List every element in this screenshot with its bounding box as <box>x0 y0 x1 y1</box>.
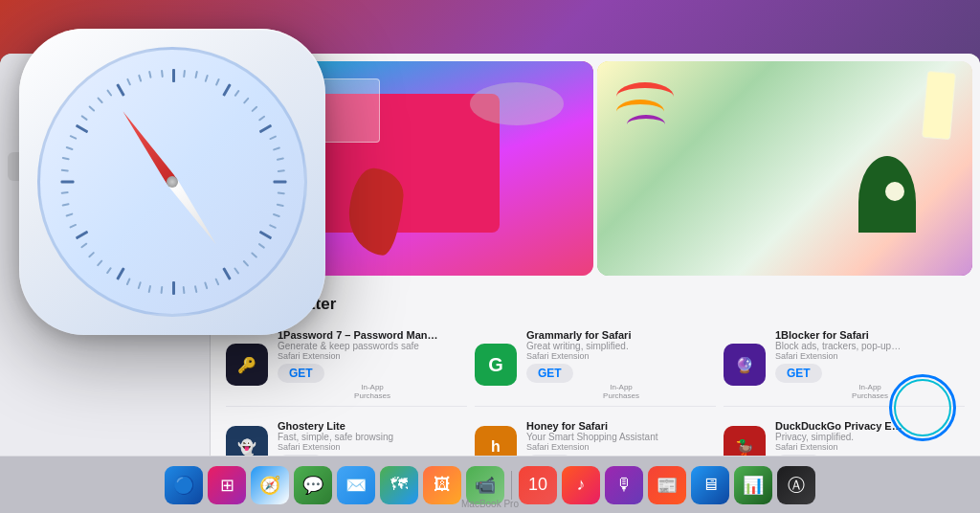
app-category: Safari Extension <box>278 351 467 361</box>
app-info: 1Password 7 – Password Man… Generate & k… <box>278 329 467 400</box>
featured-area <box>211 54 980 283</box>
in-app-text: In-AppPurchases <box>278 383 467 400</box>
dock-item-12[interactable]: 🖥 <box>691 466 729 504</box>
dock-separator <box>511 471 512 500</box>
featured-card-2[interactable] <box>597 61 972 276</box>
dock-item-14[interactable]: Ⓐ <box>777 466 815 504</box>
app-item[interactable]: G Grammarly for Safari Great writing, si… <box>475 323 716 407</box>
app-category: Safari Extension <box>278 442 467 452</box>
dock-item-6[interactable]: 🖼 <box>423 466 461 504</box>
app-name: 1Blocker for Safari <box>775 329 965 341</box>
app-name: Grammarly for Safari <box>526 329 716 341</box>
appstore-main: Browse Better 🔑 1Password 7 – Password M… <box>211 54 980 456</box>
compass-needle-white <box>167 179 221 248</box>
dock-item-10[interactable]: 🎙 <box>605 466 643 504</box>
dock-item-4[interactable]: ✉️ <box>337 466 375 504</box>
app-icon: 🦆 <box>724 426 766 456</box>
app-desc: Great writing, simplified. <box>526 341 716 351</box>
accessory-decoration <box>884 369 961 446</box>
get-button[interactable]: GET <box>278 364 324 383</box>
dock-item-1[interactable]: ⊞ <box>208 466 246 504</box>
app-item[interactable]: 👻 Ghostery Lite Fast, simple, safe brows… <box>226 414 467 456</box>
dock-item-5[interactable]: 🗺 <box>380 466 418 504</box>
compass-needle-red <box>118 108 176 186</box>
app-item[interactable]: h Honey for Safari Your Smart Shopping A… <box>475 414 716 456</box>
app-icon: 🔮 <box>724 344 766 386</box>
app-info: Grammarly for Safari Great writing, simp… <box>526 329 716 400</box>
compass-needle-center <box>167 176 178 188</box>
dock-item-8[interactable]: 10 <box>519 466 557 504</box>
get-button[interactable]: GET <box>775 364 822 383</box>
app-category: Safari Extension <box>526 351 716 361</box>
dock-item-11[interactable]: 📰 <box>648 466 686 504</box>
app-icon: 🔑 <box>226 344 268 386</box>
app-icon: G <box>475 344 517 386</box>
section-title: Browse Better <box>226 295 965 314</box>
app-desc: Your Smart Shopping Assistant <box>526 432 716 442</box>
dock-item-3[interactable]: 💬 <box>294 466 332 504</box>
dock-item-2[interactable]: 🧭 <box>251 466 289 504</box>
app-item[interactable]: 🔑 1Password 7 – Password Man… Generate &… <box>226 323 467 407</box>
dock-item-9[interactable]: ♪ <box>562 466 600 504</box>
dock-item-0[interactable]: 🔵 <box>165 466 203 504</box>
app-info: Ghostery Lite Fast, simple, safe browsin… <box>278 420 467 456</box>
app-category: Safari Extension <box>775 351 965 361</box>
app-info: Honey for Safari Your Smart Shopping Ass… <box>526 420 716 456</box>
app-desc: Generate & keep passwords safe <box>278 341 467 351</box>
get-button[interactable]: GET <box>526 364 573 383</box>
app-icon: h <box>475 426 517 456</box>
app-icon: 👻 <box>226 426 268 456</box>
app-desc: Fast, simple, safe browsing <box>278 432 467 442</box>
app-name: Honey for Safari <box>526 420 716 432</box>
app-desc: Block ads, trackers, pop-up… <box>775 341 965 351</box>
in-app-text: In-AppPurchases <box>526 383 716 400</box>
app-grid: 🔑 1Password 7 – Password Man… Generate &… <box>226 323 965 456</box>
dock-item-13[interactable]: 📊 <box>734 466 772 504</box>
app-name: Ghostery Lite <box>278 420 467 432</box>
macbook-label: MacBook Pro <box>461 499 519 509</box>
app-category: Safari Extension <box>526 442 716 452</box>
browse-section: Browse Better 🔑 1Password 7 – Password M… <box>211 283 980 456</box>
safari-icon-large <box>19 29 325 335</box>
